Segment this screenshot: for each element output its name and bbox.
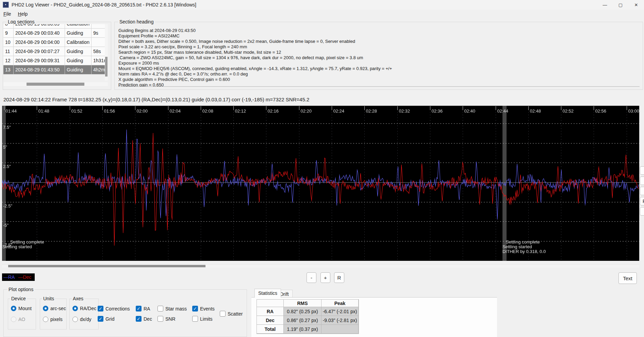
clipped-side-button[interactable]: P bbox=[640, 197, 644, 205]
statistics-table: RMSPeakRA0.82" (0.25 px)-6.47" (-2.01 px… bbox=[257, 299, 359, 334]
checkbox-events[interactable]: ✓Events bbox=[192, 306, 215, 311]
chart-hscroll-thumb[interactable] bbox=[8, 265, 205, 267]
radio-arc-sec[interactable]: arc-sec bbox=[43, 306, 66, 311]
statistics-panel: RMSPeakRA0.82" (0.25 px)-6.47" (-2.01 px… bbox=[251, 297, 497, 337]
radio-label: dx/dy bbox=[80, 317, 91, 322]
checkbox-dec[interactable]: ✓Dec bbox=[136, 316, 152, 322]
chart-legend: —RA —Dec bbox=[2, 273, 35, 281]
stats-row-label: Dec bbox=[257, 316, 284, 325]
window-title: PHD2 Log Viewer - PHD2_GuideLog_2024-08-… bbox=[12, 2, 196, 7]
guide-chart-canvas[interactable] bbox=[2, 106, 639, 261]
checkbox-label: Events bbox=[200, 306, 215, 311]
checkbox-label: Limits bbox=[200, 316, 213, 322]
log-table-vertical-scrollbar[interactable] bbox=[105, 24, 108, 81]
tab-statistics[interactable]: Statistics bbox=[254, 289, 281, 298]
stats-row-label: RA bbox=[257, 307, 284, 316]
log-section-row[interactable]: 132024-08-29 01:43:50Guiding4h2m bbox=[3, 65, 105, 74]
log-cell: 1h31m bbox=[92, 56, 105, 65]
log-section-row[interactable]: 92024-08-29 00:03:40Guiding9s bbox=[3, 29, 105, 38]
stats-peak-value bbox=[321, 325, 359, 334]
legend-dec-label: —Dec bbox=[18, 274, 31, 280]
plot-options-group: Plot options DeviceMountAOUnitsarc-secpi… bbox=[3, 289, 247, 337]
log-table-hscroll-thumb[interactable] bbox=[27, 83, 84, 86]
log-cell: 2024-08-29 00:03:40 bbox=[14, 29, 65, 37]
checkbox-limits[interactable]: Limits bbox=[192, 316, 213, 322]
log-section-row[interactable]: 102024-08-29 00:04:00Calibration bbox=[3, 38, 105, 47]
radio-label: RA/Dec bbox=[80, 306, 96, 311]
checkbox-icon[interactable] bbox=[220, 311, 226, 317]
checkbox-ra[interactable]: ✓RA bbox=[136, 306, 150, 311]
menu-file[interactable]: File bbox=[0, 10, 15, 18]
chart-horizontal-scrollbar[interactable] bbox=[2, 264, 639, 268]
log-cell: 9s bbox=[92, 29, 105, 37]
radio-group-axes: AxesRA/Decdx/dy bbox=[69, 299, 99, 330]
clipped-side-button[interactable] bbox=[640, 207, 644, 216]
radio-group-label: Device bbox=[10, 296, 27, 301]
log-cell: 2024-08-29 00:09:31 bbox=[14, 56, 65, 65]
checkbox-icon[interactable]: ✓ bbox=[98, 316, 103, 322]
zoom-in-button[interactable]: + bbox=[320, 272, 330, 283]
log-cell: 8 bbox=[3, 24, 14, 28]
checkbox-corrections[interactable]: ✓Corrections bbox=[98, 306, 130, 311]
radio-dx-dy[interactable]: dx/dy bbox=[72, 317, 91, 322]
log-section-row[interactable]: 122024-08-29 00:09:31Guiding1h31m bbox=[3, 56, 105, 65]
plot-options-title: Plot options bbox=[7, 287, 35, 292]
checkbox-star-mass[interactable]: Star mass bbox=[158, 306, 187, 311]
menu-help[interactable]: Help bbox=[15, 10, 31, 18]
log-cell: 2024-08-29 00:04:00 bbox=[14, 38, 65, 47]
checkbox-icon[interactable] bbox=[158, 316, 163, 322]
stats-header-cell: RMS bbox=[284, 300, 321, 307]
radio-group-label: Axes bbox=[72, 296, 84, 301]
clipped-side-button[interactable] bbox=[640, 166, 644, 175]
radio-mount[interactable]: Mount bbox=[11, 306, 32, 311]
app-icon bbox=[3, 2, 9, 8]
log-cell: 4h2m bbox=[92, 65, 105, 74]
radio-group-device: DeviceMountAO bbox=[8, 299, 36, 330]
log-sections-title: Log sections bbox=[6, 19, 36, 24]
radio-button-icon[interactable] bbox=[11, 317, 16, 322]
clipped-side-button[interactable] bbox=[640, 187, 644, 195]
minimize-icon[interactable]: — bbox=[597, 0, 613, 10]
radio-button-icon[interactable] bbox=[43, 317, 48, 322]
checkbox-snr[interactable]: SNR bbox=[158, 316, 176, 322]
radio-button-icon[interactable] bbox=[72, 317, 78, 322]
checkbox-label: RA bbox=[144, 306, 150, 311]
checkbox-scatter[interactable]: Scatter bbox=[220, 311, 243, 317]
checkbox-icon[interactable]: ✓ bbox=[136, 306, 142, 311]
log-table-vscroll-thumb[interactable] bbox=[105, 57, 108, 77]
log-cell: Calibration bbox=[65, 38, 92, 47]
text-view-button[interactable]: Text bbox=[618, 272, 637, 284]
zoom-out-button[interactable]: - bbox=[307, 272, 316, 283]
checkbox-icon[interactable]: ✓ bbox=[98, 306, 103, 311]
guide-chart bbox=[2, 106, 639, 261]
stats-rms-value: 0.82" (0.25 px) bbox=[284, 307, 321, 316]
log-cell: 12 bbox=[3, 56, 14, 65]
log-section-row[interactable]: 112024-08-29 00:07:27Guiding58s bbox=[3, 47, 105, 56]
log-cell: Calibration bbox=[65, 24, 92, 28]
checkbox-icon[interactable]: ✓ bbox=[136, 316, 142, 322]
log-cell: Guiding bbox=[65, 47, 92, 56]
close-icon[interactable]: ✕ bbox=[628, 0, 644, 10]
radio-button-icon[interactable] bbox=[11, 306, 16, 311]
maximize-icon[interactable]: ▢ bbox=[613, 0, 628, 10]
section-heading-title: Section heading bbox=[118, 19, 155, 24]
stats-row-label: Total bbox=[257, 325, 284, 334]
radio-pixels[interactable]: pixels bbox=[43, 317, 63, 322]
radio-ao: AO bbox=[11, 317, 25, 322]
log-table-horizontal-scrollbar[interactable] bbox=[3, 82, 108, 86]
checkbox-label: Scatter bbox=[228, 311, 243, 317]
checkbox-icon[interactable]: ✓ bbox=[192, 306, 198, 311]
radio-label: Mount bbox=[18, 306, 32, 311]
clipped-side-button[interactable] bbox=[640, 176, 644, 185]
radio-button-icon[interactable] bbox=[72, 306, 78, 311]
checkbox-label: Star mass bbox=[165, 306, 187, 311]
radio-label: AO bbox=[18, 317, 25, 322]
checkbox-icon[interactable] bbox=[158, 306, 163, 311]
checkbox-grid[interactable]: ✓Grid bbox=[98, 316, 114, 322]
log-cell: 13 bbox=[3, 65, 14, 74]
radio-ra-dec[interactable]: RA/Dec bbox=[72, 306, 96, 311]
log-section-row[interactable]: 82024-08-29 00:00:09Calibration bbox=[3, 24, 105, 29]
checkbox-icon[interactable] bbox=[192, 316, 198, 322]
reset-button[interactable]: R bbox=[334, 272, 344, 283]
radio-button-icon[interactable] bbox=[43, 306, 48, 311]
